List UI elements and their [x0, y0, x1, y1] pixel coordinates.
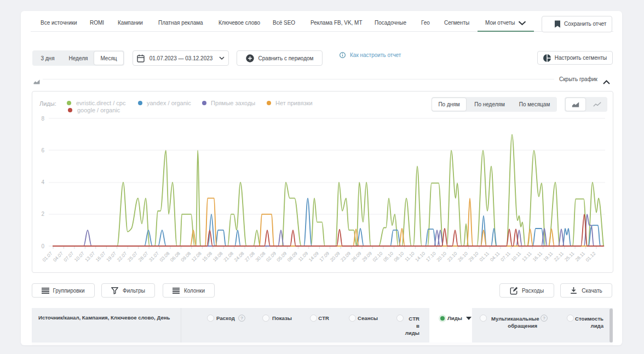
svg-text:?: ?: [543, 316, 545, 321]
svg-text:01.07: 01.07: [41, 250, 53, 262]
svg-text:26.09: 26.09: [350, 250, 362, 262]
svg-text:22.11: 22.11: [553, 250, 565, 262]
svg-text:04.07: 04.07: [52, 250, 64, 262]
svg-text:07.11: 07.11: [499, 250, 511, 262]
svg-text:16.11: 16.11: [532, 250, 544, 262]
svg-text:09.08: 09.08: [180, 250, 192, 262]
svg-text:2: 2: [41, 211, 44, 217]
svg-text:17.09: 17.09: [318, 250, 330, 262]
svg-text:15.08: 15.08: [201, 250, 213, 262]
svg-text:29.10: 29.10: [467, 250, 479, 262]
svg-text:6: 6: [41, 147, 44, 153]
svg-text:05.09: 05.09: [275, 250, 288, 262]
svg-text:01.12: 01.12: [584, 250, 596, 262]
svg-text:02.09: 02.09: [265, 250, 277, 262]
svg-text:11.10: 11.10: [404, 250, 416, 262]
svg-text:12.08: 12.08: [191, 250, 203, 262]
svg-text:10.11: 10.11: [510, 250, 522, 262]
svg-text:19.07: 19.07: [105, 250, 117, 262]
svg-text:13.07: 13.07: [84, 250, 96, 262]
svg-text:18.08: 18.08: [211, 250, 223, 262]
svg-text:20.09: 20.09: [329, 250, 341, 262]
svg-text:21.08: 21.08: [222, 250, 234, 262]
svg-text:4: 4: [41, 179, 44, 185]
svg-text:22.07: 22.07: [116, 250, 128, 262]
svg-text:28.11: 28.11: [574, 250, 586, 262]
svg-text:05.10: 05.10: [382, 250, 394, 262]
svg-text:0: 0: [41, 243, 44, 249]
svg-text:8: 8: [41, 116, 44, 122]
svg-text:14.09: 14.09: [308, 250, 320, 262]
svg-text:19.11: 19.11: [542, 250, 554, 262]
svg-text:04.11: 04.11: [489, 250, 501, 262]
svg-text:08.09: 08.09: [286, 250, 298, 262]
svg-text:10.07: 10.07: [73, 250, 85, 262]
svg-text:29.09: 29.09: [361, 250, 373, 262]
svg-text:25.11: 25.11: [564, 250, 576, 262]
svg-text:23.10: 23.10: [446, 250, 458, 262]
svg-text:24.08: 24.08: [233, 250, 245, 262]
svg-text:06.08: 06.08: [169, 250, 181, 262]
svg-text:26.10: 26.10: [457, 250, 469, 262]
svg-text:20.10: 20.10: [435, 250, 447, 262]
svg-text:30.08: 30.08: [254, 250, 266, 262]
svg-text:13.11: 13.11: [521, 250, 533, 262]
svg-text:02.10: 02.10: [371, 250, 383, 262]
svg-text:14.10: 14.10: [414, 250, 426, 262]
svg-text:23.09: 23.09: [340, 250, 352, 262]
svg-text:25.07: 25.07: [127, 250, 139, 262]
svg-text:03.08: 03.08: [158, 250, 170, 262]
svg-text:01.11: 01.11: [478, 250, 490, 262]
svg-text:11.09: 11.09: [297, 250, 309, 262]
svg-text:07.07: 07.07: [62, 250, 74, 262]
svg-text:08.10: 08.10: [393, 250, 405, 262]
svg-text:28.07: 28.07: [137, 250, 149, 262]
svg-text:27.08: 27.08: [244, 250, 256, 262]
svg-text:17.10: 17.10: [425, 250, 437, 262]
svg-text:31.07: 31.07: [148, 250, 160, 262]
svg-text:16.07: 16.07: [95, 250, 107, 262]
